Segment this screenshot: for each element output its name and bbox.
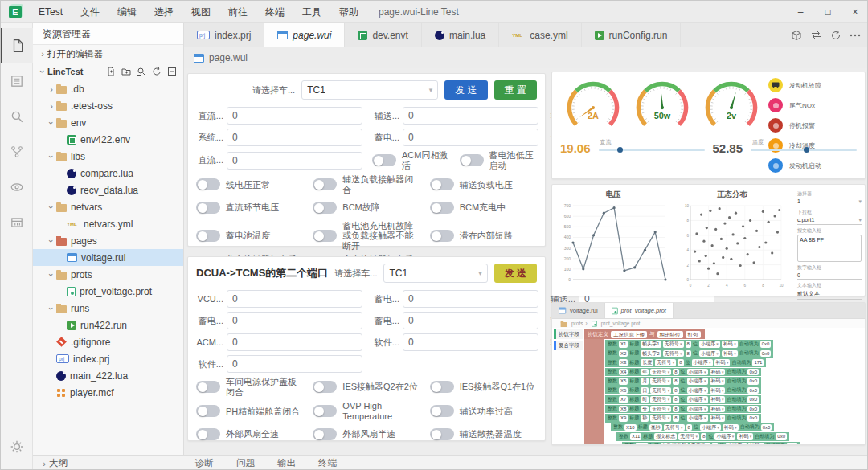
field-input[interactable] — [227, 333, 362, 351]
row-bits-badge[interactable]: 8 — [673, 369, 678, 376]
field-input[interactable] — [227, 107, 362, 125]
package-preview-icon[interactable] — [791, 30, 802, 41]
row-endian-select[interactable]: 小端序 ▾ — [687, 396, 708, 403]
menu-帮助[interactable]: 帮助 — [330, 1, 367, 23]
row-endian-select[interactable]: 小端序 ▾ — [687, 369, 708, 376]
tree-item-.etest-oss[interactable]: ›.etest-oss — [33, 97, 183, 114]
restore-button[interactable]: □ — [814, 1, 841, 23]
search-tree-icon[interactable] — [137, 67, 146, 76]
field-input[interactable] — [403, 290, 538, 308]
row-bits-badge[interactable]: 8 — [673, 415, 678, 422]
search-icon[interactable] — [1, 99, 33, 134]
slider-knob[interactable] — [617, 147, 623, 153]
row-name-badge[interactable]: 分 — [641, 406, 649, 413]
tree-item-env[interactable]: ›env — [33, 114, 183, 131]
row-name-badge[interactable]: 长度 — [641, 359, 653, 366]
tree-item-netvars.yml[interactable]: netvars.yml — [33, 215, 183, 232]
row-bits-badge[interactable]: 8 — [686, 424, 692, 431]
toggle-switch[interactable] — [430, 178, 454, 190]
tree-item-run422.run[interactable]: run422.run — [33, 317, 183, 333]
tab-index.prj[interactable]: index.prj — [184, 23, 264, 47]
row-value-badge[interactable]: 0x0 — [761, 424, 772, 431]
toggle-switch[interactable] — [313, 428, 337, 440]
field-input[interactable] — [403, 129, 538, 146]
row-bits-badge[interactable]: 8 — [673, 378, 678, 385]
row-name-badge[interactable]: 报文标志 — [654, 433, 677, 440]
new-file-icon[interactable] — [106, 67, 116, 76]
row-sign-select[interactable]: 无符号 ▾ — [655, 359, 676, 366]
toggle-switch[interactable] — [196, 178, 220, 190]
protocol-row-X10[interactable]: 整数X10标题毫秒无符号 ▾8位小端序 ▾补码 ▾自动填为0x0 — [611, 423, 774, 432]
toggle-switch[interactable] — [196, 428, 220, 440]
row-endian-select[interactable]: 小端序 ▾ — [687, 378, 708, 385]
row-endian-select[interactable]: 小端序 ▾ — [700, 424, 721, 431]
row-name-badge[interactable]: 毫秒 — [649, 424, 662, 431]
new-folder-icon[interactable] — [121, 67, 131, 76]
row-endian-select[interactable]: 小端序 ▾ — [692, 359, 713, 366]
row-name-badge[interactable]: 帧头字2 — [641, 350, 661, 358]
row-sign-select[interactable]: 无符号 ▾ — [650, 387, 671, 394]
tab-runConfig.run[interactable]: runConfig.run — [582, 23, 682, 47]
swap-layout-icon[interactable] — [810, 30, 822, 40]
menu-视图[interactable]: 视图 — [182, 1, 219, 23]
row-id-badge[interactable]: X4 — [619, 369, 628, 376]
row-value-badge[interactable]: 0x0 — [747, 369, 759, 376]
tab-page.wui[interactable]: page.wui — [264, 23, 345, 47]
legend-item[interactable]: 发动机故障 — [768, 77, 857, 93]
proto-tab-prot_voltage.prot[interactable]: prot_voltage.prot — [605, 303, 674, 318]
settings-gear-icon[interactable] — [1, 429, 33, 464]
tree-item-prot_voltage.prot[interactable]: prot_voltage.prot — [33, 283, 183, 300]
slider-control[interactable]: 直流 — [599, 140, 705, 156]
protocol-row-X3[interactable]: 整数X3标题长度无符号 ▾8位小端序 ▾补码 ▾自动填为171 — [605, 358, 766, 367]
protocol-row-X6[interactable]: 整数X6标题日无符号 ▾8位小端序 ▾补码 ▾自动填为0x0 — [605, 386, 761, 395]
device-manager-icon[interactable] — [1, 205, 33, 240]
row-code-select[interactable]: 补码 ▾ — [710, 378, 726, 385]
row-bits-badge[interactable]: 8 — [712, 443, 718, 445]
tree-item-libs[interactable]: ›libs — [33, 148, 183, 165]
protocol-row-X1[interactable]: 整数X1标题帧头字1无符号 ▾8位小端序 ▾补码 ▾自动填为0x0 — [605, 340, 773, 349]
tree-item-main_422.lua[interactable]: main_422.lua — [33, 367, 183, 384]
row-value-badge[interactable]: 0x0 — [747, 415, 759, 422]
panel-tab-问题[interactable]: 问题 — [225, 457, 266, 469]
toggle-switch[interactable] — [430, 381, 454, 393]
toggle-switch[interactable] — [313, 178, 337, 190]
legend-item[interactable]: 发动机启动 — [768, 157, 857, 174]
tab-main.lua[interactable]: main.lua — [422, 23, 499, 47]
source-control-icon[interactable] — [1, 134, 33, 170]
field-input[interactable] — [227, 129, 362, 146]
protocol-row-X5[interactable]: 整数X5标题月无符号 ▾8位小端序 ▾补码 ▾自动填为0x0 — [605, 377, 761, 386]
menu-工具[interactable]: 工具 — [293, 1, 330, 23]
row-value-badge[interactable]: 0x0 — [776, 433, 787, 440]
more-actions-icon[interactable] — [850, 34, 861, 37]
menu-终端[interactable]: 终端 — [256, 1, 293, 23]
protocol-row-X4[interactable]: 整数X4标题年无符号 ▾8位小端序 ▾补码 ▾自动填为0x0 — [605, 368, 761, 377]
row-name-badge[interactable]: 包数据类型 — [661, 443, 688, 445]
send-button[interactable]: 发 送 — [494, 264, 537, 283]
legend-item[interactable]: 尾气NOx — [768, 97, 857, 113]
row-value-badge[interactable]: 0x0 — [760, 350, 772, 358]
tree-item-prots[interactable]: ›prots — [33, 266, 183, 283]
tab-case.yml[interactable]: case.yml — [499, 23, 581, 47]
toggle-switch[interactable] — [196, 230, 220, 242]
toggle-switch[interactable] — [430, 202, 454, 214]
menu-前往[interactable]: 前往 — [219, 1, 256, 23]
toggle-switch[interactable] — [313, 381, 337, 393]
menu-编辑[interactable]: 编辑 — [108, 1, 145, 23]
row-sign-select[interactable]: 无符号 ▾ — [663, 350, 684, 358]
field-input[interactable] — [227, 312, 362, 329]
proto-field-type-复合字段[interactable]: 复合字段 — [554, 341, 583, 350]
train-select[interactable]: TC1 ▾ — [301, 80, 438, 100]
row-name-badge[interactable]: 月 — [641, 378, 649, 385]
tree-item-recv_data.lua[interactable]: recv_data.lua — [33, 182, 183, 198]
toggle-switch[interactable] — [430, 405, 454, 417]
toggle-switch[interactable] — [196, 381, 220, 393]
minimize-button[interactable]: – — [787, 1, 814, 23]
panel-tab-诊断[interactable]: 诊断 — [184, 457, 225, 469]
row-endian-select[interactable]: 小端序 ▾ — [687, 387, 708, 394]
row-id-badge[interactable]: X6 — [619, 387, 628, 394]
row-name-badge[interactable]: 日 — [641, 387, 649, 394]
row-bits-badge[interactable]: 8 — [701, 433, 706, 440]
row-endian-select[interactable]: 小端序 ▾ — [699, 341, 720, 348]
send-button[interactable]: 发 送 — [444, 80, 487, 100]
tree-item-compare.lua[interactable]: compare.lua — [33, 165, 183, 182]
